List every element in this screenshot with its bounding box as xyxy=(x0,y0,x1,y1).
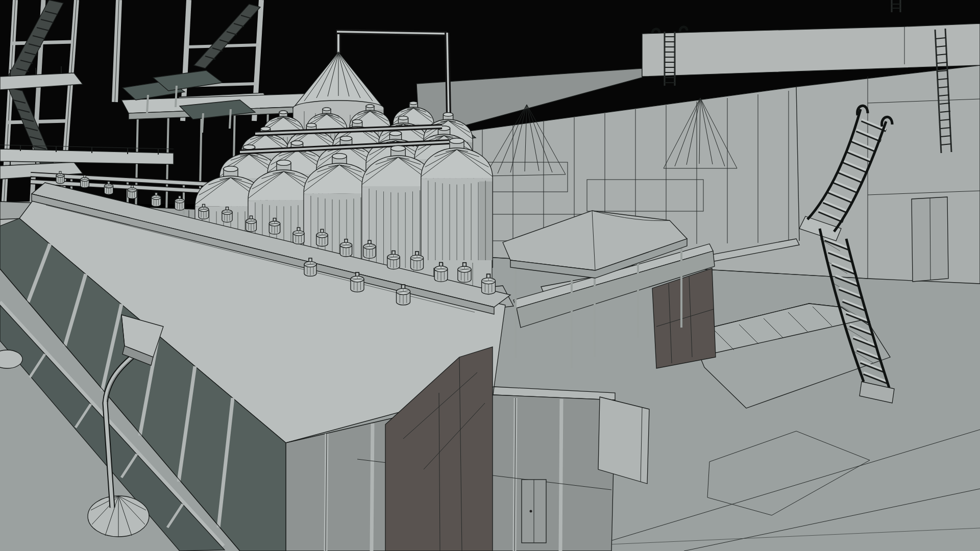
silo xyxy=(421,138,493,268)
render-canvas xyxy=(0,0,980,551)
viewport-3d[interactable] xyxy=(0,0,980,551)
warehouse-door xyxy=(522,480,546,543)
